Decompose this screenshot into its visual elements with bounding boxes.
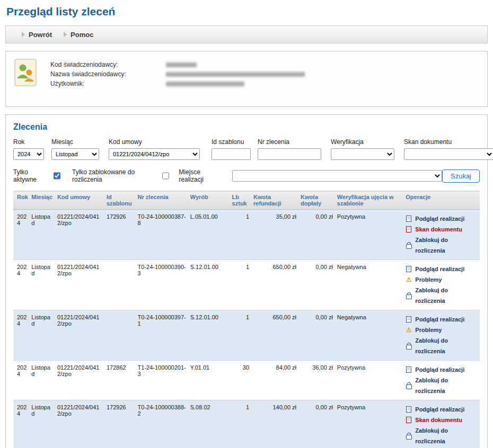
user-label: Użytkownik: <box>50 80 166 87</box>
zablokuj-do-rozliczenia-link[interactable]: Zablokuj do rozliczenia <box>406 335 478 356</box>
template-id-filter-group: Id szablonu <box>212 138 258 160</box>
cell-nr-zlecenia: T0-24-100000397-1 <box>136 310 188 361</box>
lock-icon <box>406 382 412 389</box>
provider-code-value-redacted <box>166 62 197 67</box>
cell-kwota-refundacji: 650,00 zł <box>251 310 298 361</box>
only-active-label: Tylko aktywne <box>13 168 49 183</box>
cell-wyrob: S.08.02 <box>188 400 230 448</box>
cell-kod-umowy: 01221/2024/0412/zpo <box>55 310 104 361</box>
only-blocked-group: Tylko zablokowane do rozliczenia <box>72 168 169 183</box>
verification-select[interactable] <box>331 148 394 160</box>
year-filter-group: Rok 2024 <box>13 138 51 160</box>
podglad-realizacji-link-label: Podgląd realizacji <box>415 404 464 415</box>
col-header-rok: Rok <box>13 191 29 210</box>
cell-id-szablonu: 172926 <box>104 210 136 260</box>
contract-filter-group: Kod umowy 01221/2024/0412/zpo <box>109 138 212 160</box>
problemy-link[interactable]: ⚠Problemy <box>406 325 478 335</box>
zablokuj-do-rozliczenia-link-label: Zablokuj do rozliczenia <box>415 235 478 256</box>
podglad-realizacji-link-label: Podgląd realizacji <box>415 213 464 224</box>
podglad-realizacji-link[interactable]: Podgląd realizacji <box>406 264 478 274</box>
cell-kwota-doplaty: 0,00 zł <box>298 400 335 448</box>
cell-lb-sztuk: 1 <box>230 210 251 260</box>
order-number-label: Nr zlecenia <box>258 138 331 146</box>
order-number-input[interactable] <box>258 148 321 160</box>
place-of-realization-label: Miejsce realizacji <box>179 168 223 183</box>
cell-id-szablonu: 172926 <box>104 400 136 448</box>
podglad-realizacji-link-label: Podgląd realizacji <box>415 364 464 375</box>
help-button-label: Pomoc <box>71 31 93 39</box>
zablokuj-do-rozliczenia-link[interactable]: Zablokuj do rozliczenia <box>406 375 478 396</box>
place-of-realization-select[interactable] <box>232 170 442 182</box>
cell-miesiac: Listopad <box>29 400 55 448</box>
cell-kwota-doplaty: 0,00 zł <box>298 310 335 361</box>
cell-miesiac: Listopad <box>29 210 55 260</box>
orders-panel: Zlecenia Rok 2024 Miesiąc Listopad Kod u… <box>5 114 488 448</box>
arrow-right-icon <box>22 32 25 37</box>
zablokuj-do-rozliczenia-link-label: Zablokuj do rozliczenia <box>415 375 478 396</box>
provider-code-label: Kod świadczeniodawcy: <box>50 61 166 68</box>
cell-kod-umowy: 01221/2024/0412/zpo <box>55 361 104 400</box>
cell-kod-umowy: 01221/2024/0412/zpo <box>55 260 104 310</box>
cell-id-szablonu <box>104 310 136 361</box>
podglad-realizacji-link[interactable]: Podgląd realizacji <box>406 404 478 415</box>
cell-lb-sztuk: 30 <box>230 361 251 400</box>
table-row: 2024 Listopad 01221/2024/0412/zpo T0-24-… <box>13 310 480 361</box>
only-active-checkbox[interactable] <box>54 172 60 180</box>
year-select[interactable]: 2024 <box>13 148 44 160</box>
document-icon <box>406 406 412 413</box>
month-label: Miesiąc <box>51 138 109 146</box>
col-header-lb-sztuk: Lb sztuk <box>230 191 251 210</box>
col-header-kod-umowy: Kod umowy <box>55 191 104 210</box>
cell-lb-sztuk: 1 <box>230 260 251 310</box>
cell-wyrob: S.12.01.00 <box>188 260 230 310</box>
help-button[interactable]: Pomoc <box>64 31 93 39</box>
zablokuj-do-rozliczenia-link-label: Zablokuj do rozliczenia <box>415 425 478 446</box>
problemy-link[interactable]: ⚠Problemy <box>406 274 478 285</box>
cell-weryfikacja: Pozytywna <box>335 361 403 400</box>
table-row: 2024 Listopad 01221/2024/0412/zpo 172862… <box>13 361 480 400</box>
search-button[interactable]: Szukaj <box>442 169 480 183</box>
skan-dokumentu-link-label: Skan dokumentu <box>415 415 462 425</box>
document-icon <box>406 366 412 373</box>
filter-row-2: Tylko aktywne Tylko zablokowane do rozli… <box>13 168 480 183</box>
zablokuj-do-rozliczenia-link-label: Zablokuj do rozliczenia <box>415 285 478 306</box>
podglad-realizacji-link[interactable]: Podgląd realizacji <box>406 314 478 325</box>
month-select[interactable]: Listopad <box>51 148 99 160</box>
podglad-realizacji-link[interactable]: Podgląd realizacji <box>406 364 478 375</box>
zablokuj-do-rozliczenia-link[interactable]: Zablokuj do rozliczenia <box>406 285 478 306</box>
cell-operacje: Podgląd realizacjiSkan dokumentuZablokuj… <box>403 400 480 448</box>
col-header-weryfikacja: Weryfikacja ujęcia w szablonie <box>335 191 403 210</box>
document-scan-select[interactable] <box>404 148 493 160</box>
cell-weryfikacja: Pozytywna <box>335 210 403 260</box>
skan-dokumentu-link[interactable]: Skan dokumentu <box>406 415 478 425</box>
cell-kwota-refundacji: 140,00 zł <box>251 400 298 448</box>
cell-rok: 2024 <box>13 400 29 448</box>
cell-rok: 2024 <box>13 210 29 260</box>
place-of-realization-group: Miejsce realizacji <box>179 168 442 183</box>
cell-rok: 2024 <box>13 310 29 361</box>
template-id-label: Id szablonu <box>212 138 258 146</box>
back-button[interactable]: Powrót <box>22 31 52 39</box>
podglad-realizacji-link[interactable]: Podgląd realizacji <box>406 213 478 224</box>
lock-icon <box>406 343 412 350</box>
zablokuj-do-rozliczenia-link[interactable]: Zablokuj do rozliczenia <box>406 235 478 256</box>
problemy-link-label: Problemy <box>415 325 442 335</box>
scan-document-icon <box>406 417 412 423</box>
provider-name-value-redacted <box>166 72 305 77</box>
zablokuj-do-rozliczenia-link-label: Zablokuj do rozliczenia <box>415 335 478 356</box>
cell-kwota-refundacji: 650,00 zł <box>251 260 298 310</box>
template-id-input[interactable] <box>212 148 251 160</box>
document-scan-label: Skan dokumentu <box>404 138 493 146</box>
table-row: 2024 Listopad 01221/2024/0412/zpo 172926… <box>13 210 480 260</box>
skan-dokumentu-link[interactable]: Skan dokumentu <box>406 224 478 235</box>
cell-wyrob: Y.01.01 <box>188 361 230 400</box>
table-row: 2024 Listopad 01221/2024/0412/zpo 172926… <box>13 400 480 448</box>
provider-info-box: Kod świadczeniodawcy: Nazwa świadczeniod… <box>5 51 488 107</box>
only-blocked-checkbox[interactable] <box>162 172 169 180</box>
cell-kwota-doplaty: 0,00 zł <box>298 260 335 310</box>
col-header-wyrob: Wyrób <box>188 191 230 210</box>
zablokuj-do-rozliczenia-link[interactable]: Zablokuj do rozliczenia <box>406 425 478 446</box>
year-label: Rok <box>13 138 51 146</box>
contract-select[interactable]: 01221/2024/0412/zpo <box>109 148 200 160</box>
orders-table: Rok Miesiąc Kod umowy Id szablonu Nr zle… <box>13 191 480 448</box>
